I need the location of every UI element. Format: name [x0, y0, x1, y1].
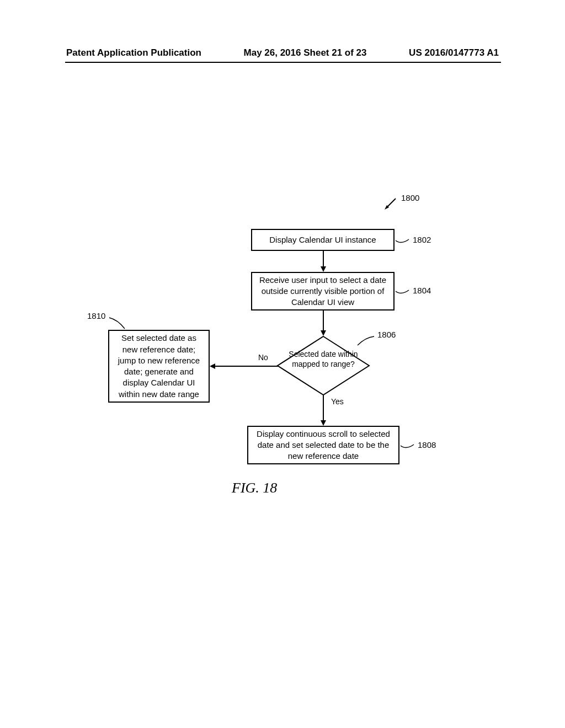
box-display-calendar-ui: Display Calendar UI instance	[251, 229, 395, 251]
ref-1800-arrow	[383, 196, 398, 211]
svg-marker-10	[321, 420, 326, 426]
ref-1806: 1806	[377, 330, 396, 339]
svg-marker-3	[321, 266, 326, 272]
box-1810-text: Set selected date as new reference date;…	[115, 333, 203, 400]
arrow-1802-1804	[320, 251, 327, 273]
ref-1802: 1802	[413, 235, 431, 244]
decision-1806-text: Selected date within mapped to range?	[276, 349, 370, 369]
label-yes: Yes	[331, 397, 344, 406]
ref-1806-connector	[356, 335, 376, 349]
ref-1808-connector	[399, 441, 416, 450]
svg-marker-8	[210, 363, 215, 369]
figure-label: FIG. 18	[232, 480, 277, 496]
box-continuous-scroll: Display continuous scroll to selected da…	[247, 426, 399, 464]
ref-1810: 1810	[87, 311, 105, 320]
ref-1808: 1808	[418, 440, 436, 449]
svg-line-0	[387, 199, 396, 207]
header-rule	[65, 62, 501, 63]
arrow-1804-1806	[320, 311, 327, 337]
arrow-1806-1808	[320, 395, 327, 427]
box-1808-text: Display continuous scroll to selected da…	[254, 429, 393, 462]
ref-1804-connector	[395, 287, 411, 296]
header-center: May 26, 2016 Sheet 21 of 23	[244, 47, 367, 58]
page-header: Patent Application Publication May 26, 2…	[0, 47, 565, 58]
box-1802-text: Display Calendar UI instance	[269, 234, 376, 245]
header-left: Patent Application Publication	[66, 47, 201, 58]
ref-1800: 1800	[401, 193, 419, 202]
ref-1810-connector	[108, 315, 128, 331]
arrow-1806-1810	[209, 362, 280, 370]
box-1804-text: Receive user input to select a date outs…	[258, 275, 388, 308]
ref-1804: 1804	[413, 286, 431, 295]
header-right: US 2016/0147773 A1	[409, 47, 499, 58]
box-set-new-reference: Set selected date as new reference date;…	[108, 330, 210, 403]
box-receive-user-input: Receive user input to select a date outs…	[251, 272, 395, 311]
label-no: No	[258, 353, 268, 362]
ref-1802-connector	[395, 236, 411, 245]
